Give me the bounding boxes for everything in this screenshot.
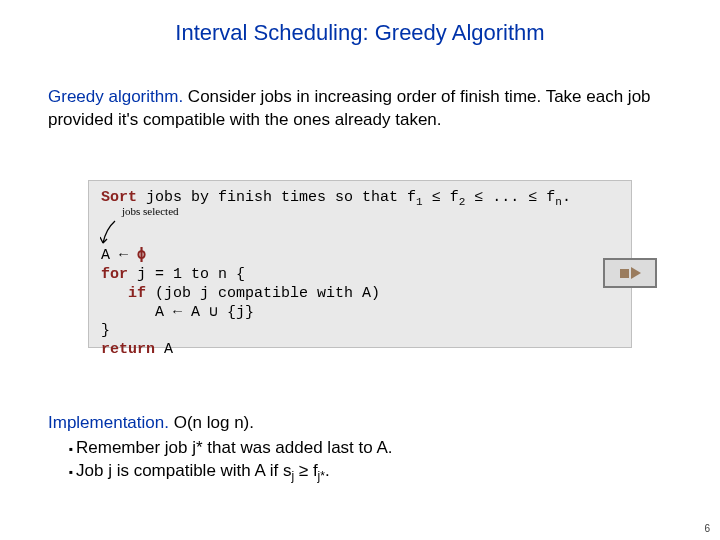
b2-end: . — [325, 461, 330, 480]
if-text: (job j compatible with A) — [146, 285, 380, 302]
slide-title: Interval Scheduling: Greedy Algorithm — [0, 20, 720, 46]
intro-lead: Greedy algorithm. — [48, 87, 183, 106]
sort-sub-1: 1 — [416, 196, 423, 208]
phi-symbol: ϕ — [137, 247, 146, 264]
sort-text-1: jobs by finish times so that f — [137, 189, 416, 206]
impl-bullets: Remember job j* that was added last to A… — [76, 437, 672, 485]
assign-line-pre: A ← — [101, 247, 137, 264]
page-number: 6 — [704, 523, 710, 534]
media-control[interactable] — [603, 258, 657, 288]
impl-line: Implementation. O(n log n). — [48, 412, 672, 435]
for-keyword: for — [101, 266, 128, 283]
impl-text: O(n log n). — [169, 413, 254, 432]
annotation-label: jobs selected — [122, 205, 179, 217]
stop-icon — [620, 269, 629, 278]
impl-bullet-2: Job j is compatible with A if sj ≥ fj*. — [76, 460, 672, 485]
sort-keyword: Sort — [101, 189, 137, 206]
b2-mid: ≥ f — [294, 461, 318, 480]
sort-text-3: ≤ ... ≤ f — [465, 189, 555, 206]
return-keyword: return — [101, 341, 155, 358]
sort-sub-n: n — [555, 196, 562, 208]
impl-lead: Implementation. — [48, 413, 169, 432]
intro-paragraph: Greedy algorithm. Consider jobs in incre… — [48, 86, 672, 132]
b2-pre: Job j is compatible with A if s — [76, 461, 291, 480]
return-text: A — [155, 341, 173, 358]
sort-text-end: . — [562, 189, 571, 206]
for-text: j = 1 to n { — [128, 266, 245, 283]
b2-sub2: j* — [318, 469, 325, 483]
play-icon — [631, 267, 641, 279]
close-brace: } — [101, 322, 110, 339]
union-line: A ← A ∪ {j} — [101, 304, 254, 321]
if-keyword: if — [128, 285, 146, 302]
slide: Interval Scheduling: Greedy Algorithm Gr… — [0, 0, 720, 540]
sort-text-2: ≤ f — [423, 189, 459, 206]
impl-bullet-1: Remember job j* that was added last to A… — [76, 437, 672, 460]
implementation-block: Implementation. O(n log n). Remember job… — [48, 412, 672, 484]
